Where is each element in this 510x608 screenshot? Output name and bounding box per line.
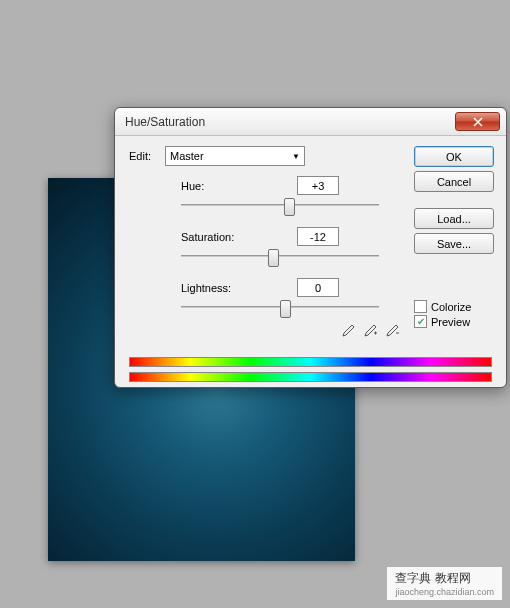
saturation-input[interactable]: [297, 227, 339, 246]
dialog-body: Edit: Master ▼ Hue: Saturation:: [115, 136, 506, 349]
hue-param: Hue:: [181, 176, 414, 213]
hue-label: Hue:: [181, 180, 297, 192]
ok-button[interactable]: OK: [414, 146, 494, 167]
slider-track: [181, 204, 379, 206]
lightness-input[interactable]: [297, 278, 339, 297]
checkbox-group: Colorize ✔ Preview: [414, 300, 494, 330]
chevron-down-icon: ▼: [292, 152, 300, 161]
gradient-bars: [129, 357, 492, 382]
close-button[interactable]: [455, 112, 500, 131]
spacer: [414, 196, 494, 204]
lightness-slider[interactable]: [181, 299, 379, 315]
lightness-param: Lightness:: [181, 278, 414, 315]
watermark: 查字典 教程网 jiaocheng.chazidian.com: [387, 567, 502, 600]
slider-thumb[interactable]: [284, 198, 295, 216]
hue-slider[interactable]: [181, 197, 379, 213]
colorize-row: Colorize: [414, 300, 494, 313]
eyedropper-subtract-button[interactable]: [384, 323, 400, 339]
edit-row: Edit: Master ▼: [129, 146, 414, 166]
watermark-text: 查字典 教程网: [395, 570, 494, 587]
eyedropper-button[interactable]: [340, 323, 356, 339]
cancel-button[interactable]: Cancel: [414, 171, 494, 192]
preview-row: ✔ Preview: [414, 315, 494, 328]
edit-dropdown[interactable]: Master ▼: [165, 146, 305, 166]
save-button[interactable]: Save...: [414, 233, 494, 254]
close-icon: [473, 117, 483, 127]
eyedropper-icon: [341, 324, 355, 338]
hue-input[interactable]: [297, 176, 339, 195]
saturation-param: Saturation:: [181, 227, 414, 264]
left-panel: Edit: Master ▼ Hue: Saturation:: [129, 146, 414, 339]
load-button[interactable]: Load...: [414, 208, 494, 229]
slider-thumb[interactable]: [268, 249, 279, 267]
saturation-slider[interactable]: [181, 248, 379, 264]
eyedropper-minus-icon: [385, 324, 399, 338]
colorize-label: Colorize: [431, 301, 471, 313]
lightness-label: Lightness:: [181, 282, 297, 294]
eyedropper-plus-icon: [363, 324, 377, 338]
titlebar[interactable]: Hue/Saturation: [115, 108, 506, 136]
edit-label: Edit:: [129, 150, 159, 162]
right-panel: OK Cancel Load... Save... Colorize ✔ Pre…: [414, 146, 494, 339]
watermark-url: jiaocheng.chazidian.com: [395, 587, 494, 597]
slider-thumb[interactable]: [280, 300, 291, 318]
eyedropper-add-button[interactable]: [362, 323, 378, 339]
output-gradient: [129, 372, 492, 382]
hue-saturation-dialog: Hue/Saturation Edit: Master ▼ Hue:: [114, 107, 507, 388]
edit-value: Master: [170, 150, 204, 162]
colorize-checkbox[interactable]: [414, 300, 427, 313]
preview-label: Preview: [431, 316, 470, 328]
slider-track: [181, 255, 379, 257]
saturation-label: Saturation:: [181, 231, 297, 243]
input-gradient: [129, 357, 492, 367]
preview-checkbox[interactable]: ✔: [414, 315, 427, 328]
dialog-title: Hue/Saturation: [125, 115, 205, 129]
eyedropper-group: [129, 323, 400, 339]
